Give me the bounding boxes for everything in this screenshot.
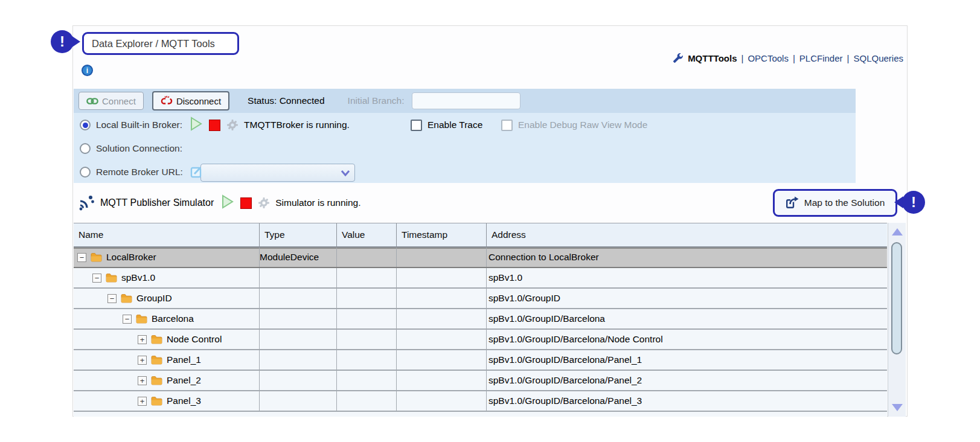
play-icon[interactable] [190,117,203,133]
column-header-timestamp[interactable]: Timestamp [397,223,487,246]
expand-icon[interactable]: + [138,397,147,406]
cell-timestamp [397,330,487,349]
map-to-solution-button[interactable]: Map to the Solution [773,189,897,217]
status-text: Status: Connected [248,95,325,106]
cell-value [337,289,397,308]
enable-debug-checkbox[interactable] [501,120,513,131]
cell-value [337,350,397,370]
local-broker-label: Local Built-in Broker: [96,120,182,130]
cell-timestamp [397,371,487,390]
cell-value [337,268,397,287]
cell-type [260,289,337,308]
simulator-row: MQTT Publisher Simulator Simulator is ru… [74,183,907,223]
simulator-title: MQTT Publisher Simulator [100,197,214,208]
table-row[interactable]: + Panel_1 spBv1.0/GroupID/Barcelona/Pane… [74,350,887,371]
column-header-type[interactable]: Type [260,223,337,246]
expand-icon[interactable]: + [138,356,147,365]
connect-button-label: Connect [102,96,136,106]
table-row[interactable]: + Node Control spBv1.0/GroupID/Barcelona… [74,330,887,350]
topic-tree-grid: Name Type Value Timestamp Address − Loca… [74,223,887,417]
cell-value [337,391,397,411]
local-broker-radio[interactable] [80,120,91,130]
cell-timestamp [397,268,487,287]
cell-type [260,391,337,411]
table-row[interactable]: + Panel_2 spBv1.0/GroupID/Barcelona/Pane… [74,371,887,391]
module-nav: MQTTTools | OPCTools | PLCFinder | SQLQu… [673,53,903,63]
cell-timestamp [397,350,487,370]
folder-icon [106,273,117,283]
edit-icon[interactable] [190,165,203,179]
column-header-value[interactable]: Value [337,223,397,246]
solution-connection-radio[interactable] [80,143,91,154]
cell-address: spBv1.0/GroupID/Barcelona/Panel_1 [487,350,887,370]
collapse-icon[interactable]: − [123,315,132,324]
column-header-address[interactable]: Address [487,223,887,246]
gear-icon[interactable] [226,119,239,131]
table-body: − LocalBroker ModuleDevice Connection to… [74,248,887,412]
scroll-down-icon[interactable] [892,404,903,411]
connect-button[interactable]: Connect [78,92,144,110]
enable-trace-label: Enable Trace [428,120,482,130]
initial-branch-input[interactable] [412,92,520,109]
node-label: Panel_1 [167,354,201,365]
cell-timestamp [397,248,487,267]
cell-address: spBv1.0/GroupID [487,289,887,308]
scrollbar-track[interactable] [888,223,906,417]
title-alert-badge: ! [51,30,74,53]
nav-separator: | [793,53,795,63]
broadcast-icon [78,195,95,211]
tab-sqlqueries[interactable]: SQLQueries [853,53,903,63]
cell-timestamp [397,289,487,308]
table-row[interactable]: + Panel_3 spBv1.0/GroupID/Barcelona/Pane… [74,391,887,412]
tab-opctools[interactable]: OPCTools [748,53,789,63]
tab-mqtttools[interactable]: MQTTTools [688,53,737,63]
collapse-icon[interactable]: − [77,253,86,262]
map-alert-badge: ! [902,191,925,214]
solution-connection-label: Solution Connection: [96,143,182,154]
solution-connection-row: Solution Connection: [74,137,856,160]
node-label: Node Control [167,334,222,345]
broker-status-text: TMQTTBroker is running. [244,120,350,130]
table-row[interactable]: − GroupID spBv1.0/GroupID [74,289,887,309]
stop-icon[interactable] [209,120,220,131]
cell-timestamp [397,309,487,328]
expand-icon[interactable]: + [138,335,147,344]
cell-type [260,268,337,287]
wrench-icon [673,53,684,63]
cell-address: spBv1.0/GroupID/Barcelona/Node Control [487,330,887,349]
simulator-play-icon[interactable] [221,194,234,211]
folder-icon [136,314,147,324]
column-header-name[interactable]: Name [74,223,260,246]
table-row[interactable]: − Barcelona spBv1.0/GroupID/Barcelona [74,309,887,330]
info-icon[interactable]: i [82,65,93,76]
table-row[interactable]: − spBv1.0 spBv1.0 [74,268,887,289]
scrollbar-thumb[interactable] [891,242,902,354]
cell-value [337,309,397,328]
disconnect-button[interactable]: Disconnect [152,91,229,110]
cell-value [337,248,397,267]
tab-plcfinder[interactable]: PLCFinder [799,53,843,63]
expand-icon[interactable]: + [138,376,147,385]
broken-link-icon [161,95,173,106]
simulator-gear-icon[interactable] [258,197,270,209]
scroll-up-icon[interactable] [892,228,903,235]
mqtt-tools-panel: Data Explorer / MQTT Tools MQTTTools | O… [72,25,908,417]
simulator-stop-icon[interactable] [240,197,252,209]
collapse-icon[interactable]: − [107,294,117,303]
table-row[interactable]: − LocalBroker ModuleDevice Connection to… [74,248,887,268]
collapse-icon[interactable]: − [92,274,101,283]
map-to-solution-label: Map to the Solution [804,197,885,208]
folder-icon [121,293,132,303]
enable-trace-checkbox[interactable] [411,120,422,131]
folder-icon [151,355,162,365]
cell-value [337,371,397,390]
folder-icon [91,252,102,262]
cell-address: Connection to LocalBroker [487,248,887,267]
enable-debug-group: Enable Debug Raw View Mode [501,120,647,131]
radio-dot [83,123,88,128]
cell-type [260,350,337,370]
remote-broker-radio[interactable] [80,167,91,178]
page-title-label: Data Explorer / MQTT Tools [92,38,215,50]
cell-address: spBv1.0/GroupID/Barcelona/Panel_3 [487,391,887,411]
enable-trace-group: Enable Trace [411,120,482,131]
